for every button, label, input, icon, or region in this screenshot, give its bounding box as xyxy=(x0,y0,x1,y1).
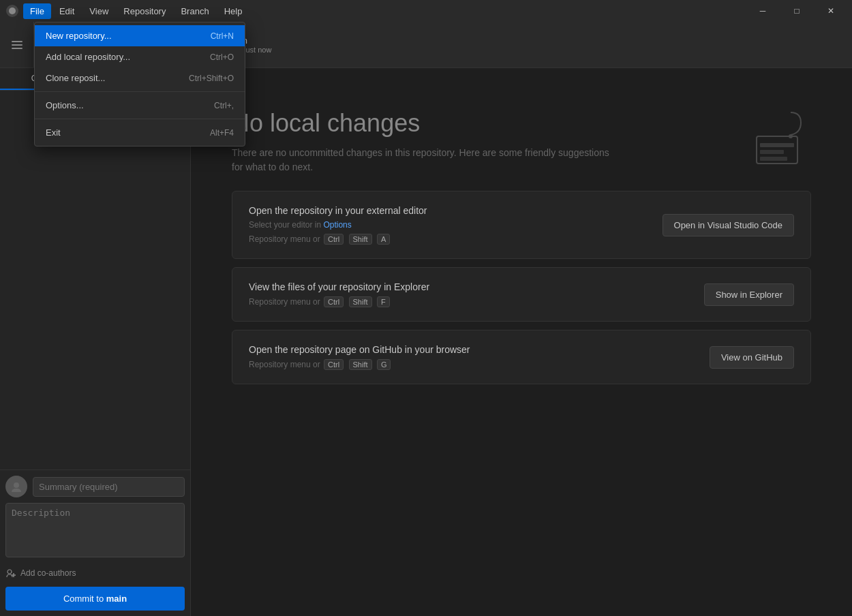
no-changes-text: No local changes There are no uncommitte… xyxy=(232,109,613,174)
menu-view[interactable]: View xyxy=(82,3,115,19)
suggestion-github-text: Open the repository page on GitHub in yo… xyxy=(249,344,710,370)
no-changes-container: No local changes There are no uncommitte… xyxy=(232,109,811,392)
open-editor-button[interactable]: Open in Visual Studio Code xyxy=(663,214,794,236)
options-link[interactable]: Options xyxy=(323,220,351,230)
svg-rect-13 xyxy=(760,143,794,147)
svg-rect-2 xyxy=(12,41,22,42)
description-input[interactable] xyxy=(5,503,185,557)
menu-edit[interactable]: Edit xyxy=(52,3,81,19)
add-local-shortcut: Ctrl+O xyxy=(210,52,234,62)
exit-shortcut: Alt+F4 xyxy=(210,128,234,138)
menu-repository[interactable]: Repository xyxy=(117,3,172,19)
clone-label: Clone reposit... xyxy=(46,73,105,83)
titlebar-left: File Edit View Repository Branch Help xyxy=(5,3,249,19)
suggestion-editor-subtitle: Select your editor in Options xyxy=(249,220,663,230)
options-label: Options... xyxy=(46,100,84,110)
summary-input[interactable] xyxy=(33,477,185,497)
commit-button[interactable]: Commit to main xyxy=(5,587,185,611)
add-local-label: Add local repository... xyxy=(46,52,130,62)
menu-options[interactable]: Options... Ctrl+, xyxy=(35,95,245,116)
exit-label: Exit xyxy=(46,127,61,138)
suggestion-explorer: View the files of your repository in Exp… xyxy=(232,267,811,322)
suggestion-explorer-text: View the files of your repository in Exp… xyxy=(249,281,704,307)
add-coauthor-icon xyxy=(5,568,16,579)
svg-point-1 xyxy=(9,7,16,14)
sidebar-content xyxy=(0,91,190,469)
svg-rect-14 xyxy=(760,150,784,154)
maximize-button[interactable]: □ xyxy=(781,0,812,22)
close-button[interactable]: ✕ xyxy=(815,0,847,22)
separator-1 xyxy=(35,91,245,92)
sidebar-icon xyxy=(10,38,24,52)
add-coauthor-button[interactable]: Add co-authors xyxy=(5,565,185,581)
view-github-button[interactable]: View on GitHub xyxy=(710,346,794,369)
svg-rect-15 xyxy=(760,157,787,161)
no-changes-title: No local changes xyxy=(232,109,613,138)
titlebar: File Edit View Repository Branch Help ─ … xyxy=(0,0,852,22)
options-shortcut: Ctrl+, xyxy=(214,101,234,110)
svg-point-9 xyxy=(7,570,12,574)
menu-exit[interactable]: Exit Alt+F4 xyxy=(35,122,245,143)
svg-rect-4 xyxy=(12,48,22,49)
menu-branch[interactable]: Branch xyxy=(174,3,215,19)
avatar xyxy=(5,476,27,497)
svg-rect-3 xyxy=(12,44,22,46)
commit-branch: main xyxy=(106,594,127,604)
menu-help[interactable]: Help xyxy=(217,3,249,19)
suggestion-editor: Open the repository in your external edi… xyxy=(232,191,811,259)
suggestion-github-shortcut: Repository menu or Ctrl Shift G xyxy=(249,359,710,370)
minimize-button[interactable]: ─ xyxy=(747,0,778,22)
sidebar-toggle[interactable] xyxy=(0,22,34,67)
no-changes-desc: There are no uncommitted changes in this… xyxy=(232,146,613,174)
show-explorer-button[interactable]: Show in Explorer xyxy=(704,283,794,306)
menu-file[interactable]: File xyxy=(23,3,51,19)
separator-2 xyxy=(35,119,245,119)
clone-shortcut: Ctrl+Shift+O xyxy=(189,74,234,83)
app-body: Changes History xyxy=(0,68,852,616)
app-icon xyxy=(5,4,19,18)
window-controls: ─ □ ✕ xyxy=(747,0,847,22)
menu-clone-repository[interactable]: Clone reposit... Ctrl+Shift+O xyxy=(35,67,245,89)
avatar-row xyxy=(5,476,185,497)
suggestions: Open the repository in your external edi… xyxy=(232,191,811,384)
menu-add-local-repository[interactable]: Add local repository... Ctrl+O xyxy=(35,46,245,67)
suggestion-editor-text: Open the repository in your external edi… xyxy=(249,205,663,245)
suggestion-explorer-title: View the files of your repository in Exp… xyxy=(249,281,704,292)
menu-new-repository[interactable]: New repository... Ctrl+N xyxy=(35,25,245,46)
svg-point-16 xyxy=(789,134,793,138)
suggestion-editor-title: Open the repository in your external edi… xyxy=(249,205,663,216)
main-content: No local changes There are no uncommitte… xyxy=(191,68,852,616)
commit-label: Commit to xyxy=(63,594,106,604)
commit-area: Add co-authors Commit to main xyxy=(0,469,190,616)
suggestion-explorer-shortcut: Repository menu or Ctrl Shift F xyxy=(249,296,704,307)
add-coauthor-label: Add co-authors xyxy=(20,568,76,578)
new-repo-shortcut: Ctrl+N xyxy=(211,31,234,41)
suggestion-editor-shortcut: Repository menu or Ctrl Shift A xyxy=(249,234,663,245)
sidebar: Changes History xyxy=(0,68,191,616)
svg-point-8 xyxy=(14,482,19,488)
new-repo-label: New repository... xyxy=(46,31,112,41)
no-changes-illustration xyxy=(743,109,811,170)
no-changes-header: No local changes There are no uncommitte… xyxy=(232,109,811,174)
suggestion-github-title: Open the repository page on GitHub in yo… xyxy=(249,344,710,355)
file-menu-dropdown: New repository... Ctrl+N Add local repos… xyxy=(34,22,245,147)
suggestion-github: Open the repository page on GitHub in yo… xyxy=(232,330,811,384)
